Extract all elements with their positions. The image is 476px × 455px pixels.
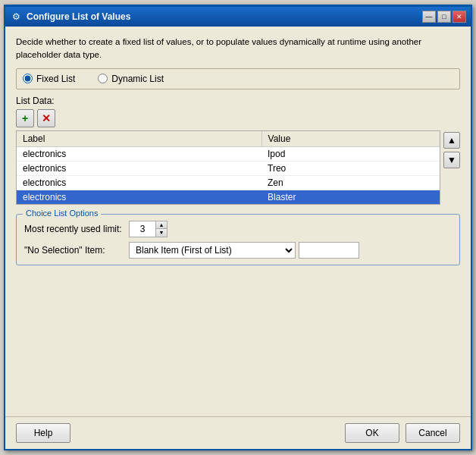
cancel-button[interactable]: Cancel: [406, 423, 460, 443]
table-body: electronicsIpodelectronicsTreoelectronic…: [17, 146, 440, 204]
cell-value: Treo: [261, 161, 440, 175]
add-row-button[interactable]: +: [16, 109, 34, 127]
close-button[interactable]: ✕: [453, 11, 466, 23]
reorder-buttons: ▲ ▼: [443, 130, 460, 205]
list-table-container[interactable]: Label Value electronicsIpodelectronicsTr…: [16, 130, 440, 205]
extra-value-input[interactable]: [299, 242, 359, 259]
radio-group: Fixed List Dynamic List: [16, 68, 460, 89]
spinner-up-button[interactable]: ▲: [156, 221, 167, 229]
recently-used-label: Most recently used limit:: [24, 224, 123, 234]
window-title: Configure List of Values: [27, 11, 130, 22]
dropdown-container: Blank Item (First of List) Blank Item (L…: [129, 242, 359, 259]
app-icon: ⚙: [10, 11, 22, 23]
recently-used-input[interactable]: [130, 221, 155, 237]
dialog-footer: Help OK Cancel: [5, 416, 471, 449]
title-bar-buttons: — □ ✕: [422, 11, 466, 23]
maximize-button[interactable]: □: [437, 11, 451, 23]
cell-value: Ipod: [261, 146, 440, 161]
choice-options-section: Choice List Options Most recently used l…: [16, 214, 460, 265]
ok-button[interactable]: OK: [345, 423, 399, 443]
table-row[interactable]: electronicsTreo: [17, 161, 440, 175]
list-data-section: List Data: + ✕ Label Value ele: [16, 96, 460, 205]
choice-options-legend: Choice List Options: [23, 209, 101, 218]
cell-label: electronics: [17, 161, 261, 175]
dialog-content: Decide whether to create a fixed list of…: [5, 27, 471, 416]
remove-row-button[interactable]: ✕: [37, 109, 55, 127]
dynamic-list-radio[interactable]: [98, 74, 108, 83]
recently-used-row: Most recently used limit: ▲ ▼: [24, 221, 452, 237]
cell-label: electronics: [17, 146, 261, 161]
footer-right-buttons: OK Cancel: [345, 423, 460, 443]
col-label-header: Label: [17, 131, 261, 147]
list-data-label: List Data:: [16, 96, 460, 106]
spinner-container: ▲ ▼: [129, 221, 168, 237]
cell-value: Blaster: [261, 190, 440, 204]
fixed-list-radio[interactable]: [23, 74, 33, 83]
fixed-list-radio-label[interactable]: Fixed List: [23, 74, 75, 84]
cell-label: electronics: [17, 190, 261, 204]
description-text: Decide whether to create a fixed list of…: [16, 36, 460, 62]
spinner-buttons: ▲ ▼: [155, 221, 167, 237]
list-table: Label Value electronicsIpodelectronicsTr…: [17, 131, 440, 204]
list-toolbar: + ✕: [16, 109, 460, 127]
table-row[interactable]: electronicsZen: [17, 175, 440, 190]
dynamic-list-radio-label[interactable]: Dynamic List: [98, 74, 164, 84]
table-row[interactable]: electronicsBlaster: [17, 190, 440, 204]
help-button[interactable]: Help: [16, 423, 70, 443]
no-selection-row: "No Selection" Item: Blank Item (First o…: [24, 242, 452, 259]
no-selection-dropdown[interactable]: Blank Item (First of List) Blank Item (L…: [129, 242, 296, 259]
table-area: Label Value electronicsIpodelectronicsTr…: [16, 130, 460, 205]
col-value-header: Value: [261, 131, 440, 147]
no-selection-label: "No Selection" Item:: [24, 245, 123, 256]
move-down-button[interactable]: ▼: [443, 152, 460, 168]
configure-dialog: ⚙ Configure List of Values — □ ✕ Decide …: [4, 5, 472, 450]
move-up-button[interactable]: ▲: [443, 132, 460, 149]
cell-value: Zen: [261, 175, 440, 190]
dynamic-list-label: Dynamic List: [111, 74, 164, 84]
table-row[interactable]: electronicsIpod: [17, 146, 440, 161]
title-bar-left: ⚙ Configure List of Values: [10, 11, 130, 23]
cell-label: electronics: [17, 175, 261, 190]
fixed-list-label: Fixed List: [36, 74, 75, 84]
minimize-button[interactable]: —: [422, 11, 436, 23]
title-bar: ⚙ Configure List of Values — □ ✕: [5, 7, 471, 27]
spinner-down-button[interactable]: ▼: [156, 229, 167, 237]
